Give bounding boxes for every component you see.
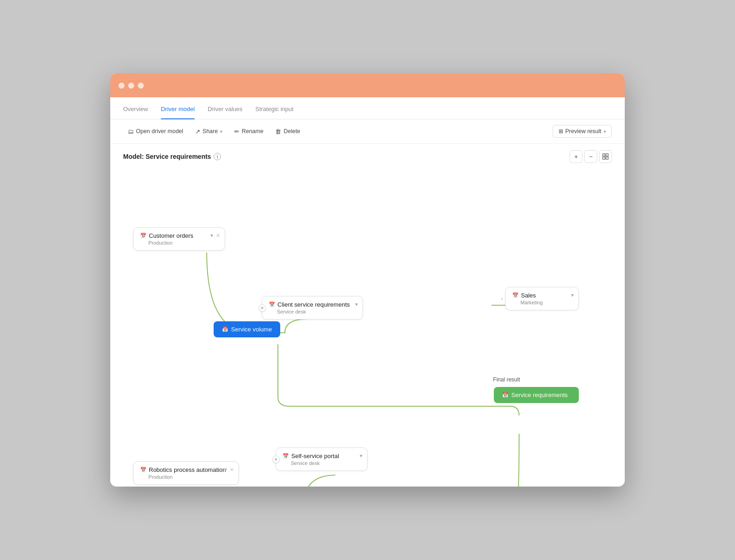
toolbar-right: ⊞ Preview result ▾ xyxy=(553,125,612,138)
open-driver-model-button[interactable]: 🗂 Open driver model xyxy=(123,126,188,137)
model-header: Model: Service requirements i + − xyxy=(110,144,625,163)
robotics-node[interactable]: 📅 Robotics process automation Production… xyxy=(133,461,239,485)
self-service-portal-actions: ▾ xyxy=(360,453,362,459)
zoom-out-button[interactable]: − xyxy=(584,150,597,163)
rename-button[interactable]: ✏ Rename xyxy=(230,126,268,137)
titlebar-dot-red[interactable] xyxy=(119,83,124,89)
client-service-req-chevron[interactable]: ▾ xyxy=(355,301,358,308)
svg-rect-3 xyxy=(606,157,608,159)
preview-icon: ⊞ xyxy=(559,128,563,134)
share-icon: ↗ xyxy=(195,128,200,135)
zoom-fit-button[interactable] xyxy=(599,150,612,163)
customer-orders-close[interactable]: ✕ xyxy=(216,233,220,239)
service-req-label: Service requirements xyxy=(511,392,568,398)
service-volume-label: Service volume xyxy=(231,326,272,333)
tab-driver-model[interactable]: Driver model xyxy=(161,106,195,119)
self-service-portal-node[interactable]: 📅 Self-service portal Service desk ▾ ✕ xyxy=(276,448,368,471)
model-title: Model: Service requirements i xyxy=(123,153,221,160)
delete-button[interactable]: 🗑 Delete xyxy=(271,126,305,137)
sales-chevron[interactable]: ▾ xyxy=(571,292,574,298)
main-content: Overview Driver model Driver values Stra… xyxy=(110,97,625,487)
sales-icon: 📅 xyxy=(512,292,519,299)
canvas: 📅 Customer orders Production ▾ ✕ 📅 Clien… xyxy=(110,163,625,487)
titlebar xyxy=(110,73,625,97)
zoom-controls: + − xyxy=(570,150,612,163)
robotics-close[interactable]: ✕ xyxy=(230,467,234,473)
tab-driver-values[interactable]: Driver values xyxy=(208,106,243,119)
customer-orders-icon: 📅 xyxy=(140,233,147,239)
toolbar: 🗂 Open driver model ↗ Share ▾ ✏ Rename 🗑… xyxy=(110,119,625,144)
customer-orders-actions: ▾ ✕ xyxy=(210,232,220,239)
self-service-portal-icon: 📅 xyxy=(283,453,289,459)
client-service-req-icon: 📅 xyxy=(269,302,275,308)
open-icon: 🗂 xyxy=(128,128,134,135)
svg-rect-1 xyxy=(606,154,608,156)
client-service-req-subtitle: Service desk xyxy=(269,309,356,314)
sales-left-arrow[interactable]: ‹ xyxy=(501,296,503,302)
connector-lines xyxy=(110,163,625,487)
client-service-req-actions: ▾ xyxy=(355,301,358,308)
service-req-icon: 📅 xyxy=(502,392,509,398)
tab-strategic-input[interactable]: Strategic input xyxy=(255,106,294,119)
client-service-req-node[interactable]: 📅 Client service requirements Service de… xyxy=(262,296,363,319)
customer-orders-chevron[interactable]: ▾ xyxy=(210,232,213,239)
service-volume-node[interactable]: 📅 Service volume xyxy=(214,321,280,337)
robotics-actions: ▾ ✕ xyxy=(224,466,234,473)
self-service-portal-title: 📅 Self-service portal xyxy=(283,453,361,459)
customer-orders-title: 📅 Customer orders xyxy=(140,232,218,239)
titlebar-dot-yellow[interactable] xyxy=(128,83,134,89)
robotics-chevron[interactable]: ▾ xyxy=(224,466,227,473)
self-service-portal-chevron[interactable]: ▾ xyxy=(360,453,362,459)
info-icon[interactable]: i xyxy=(214,153,221,160)
share-button[interactable]: ↗ Share ▾ xyxy=(191,126,227,137)
service-volume-icon: 📅 xyxy=(222,326,228,333)
final-result-label: Final result xyxy=(493,376,520,383)
sales-actions: ▾ xyxy=(571,292,574,298)
titlebar-dot-green[interactable] xyxy=(138,83,144,89)
tab-bar: Overview Driver model Driver values Stra… xyxy=(110,97,625,119)
app-window: Overview Driver model Driver values Stra… xyxy=(110,73,625,487)
robotics-icon: 📅 xyxy=(140,467,147,473)
preview-result-button[interactable]: ⊞ Preview result ▾ xyxy=(553,125,612,138)
zoom-in-button[interactable]: + xyxy=(570,150,582,163)
sales-subtitle: Marketing xyxy=(512,300,572,305)
sales-node[interactable]: ‹ 📅 Sales Marketing ▾ xyxy=(505,287,579,310)
svg-rect-0 xyxy=(603,154,605,156)
svg-rect-2 xyxy=(603,157,605,159)
self-service-x-badge[interactable]: ✕ xyxy=(272,456,280,463)
preview-chevron: ▾ xyxy=(604,129,606,134)
self-service-portal-subtitle: Service desk xyxy=(283,460,361,466)
client-service-x-badge[interactable]: ✕ xyxy=(259,304,266,312)
robotics-subtitle: Production xyxy=(140,474,232,480)
sales-title: 📅 Sales xyxy=(512,292,572,299)
robotics-title: 📅 Robotics process automation xyxy=(140,466,232,473)
customer-orders-subtitle: Production xyxy=(140,240,218,246)
tab-overview[interactable]: Overview xyxy=(123,106,148,119)
share-chevron: ▾ xyxy=(220,129,222,134)
customer-orders-node[interactable]: 📅 Customer orders Production ▾ ✕ xyxy=(133,227,225,251)
rename-icon: ✏ xyxy=(234,128,239,135)
client-service-req-title: 📅 Client service requirements xyxy=(269,301,356,308)
service-requirements-node[interactable]: 📅 Service requirements xyxy=(494,387,579,403)
delete-icon: 🗑 xyxy=(275,128,281,135)
